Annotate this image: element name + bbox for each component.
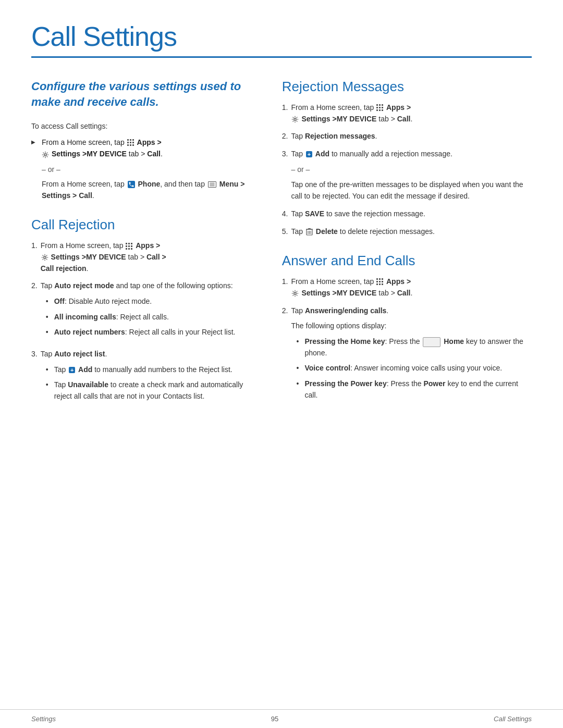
- svg-rect-46: [382, 281, 383, 282]
- or-line-2: – or –: [291, 164, 532, 176]
- call-rejection-step1: From a Home screen, tap App: [31, 240, 251, 274]
- answer-step1: From a Home screen, tap App: [282, 276, 532, 299]
- svg-rect-20: [128, 248, 130, 250]
- svg-rect-6: [127, 144, 129, 146]
- call-rejection-heading: Call Rejection: [31, 217, 251, 233]
- rejection-messages-list: From a Home screen, tap App: [282, 102, 532, 237]
- answer-end-calls-heading: Answer and End Calls: [282, 253, 532, 269]
- svg-rect-0: [127, 139, 129, 141]
- page-title: Call Settings: [31, 21, 532, 52]
- svg-rect-41: [376, 278, 378, 280]
- answer-end-bullets: Pressing the Home key: Press the Home ke…: [291, 336, 532, 401]
- svg-rect-17: [128, 245, 130, 247]
- svg-rect-24: [379, 104, 381, 106]
- menu-icon: [208, 181, 216, 188]
- svg-point-50: [294, 292, 296, 294]
- call-rejection-step3: Tap Auto reject list. Tap + Add to manua…: [31, 349, 251, 406]
- phone-icon: [128, 181, 135, 188]
- left-column: Configure the various settings used to m…: [31, 63, 272, 709]
- bullet-voice-control: Voice control: Answer incoming voice cal…: [296, 363, 532, 374]
- header: Call Settings: [0, 0, 563, 63]
- page-wrapper: Call Settings Configure the various sett…: [0, 0, 563, 728]
- settings-gear-icon-3: [291, 116, 299, 123]
- bullet-off: Off: Disable Auto reject mode.: [46, 296, 251, 307]
- svg-rect-42: [379, 278, 381, 280]
- answer-step2: Tap Answering/ending calls. The followin…: [282, 305, 532, 405]
- rejection-step3: Tap + Add to manually add a rejection me…: [282, 149, 532, 202]
- bullet-auto-reject-numbers: Auto reject numbers: Reject all calls in…: [46, 327, 251, 338]
- header-divider: [31, 56, 532, 58]
- apps-bold: Apps >: [137, 138, 162, 146]
- svg-rect-30: [379, 109, 381, 111]
- intro-body: To access Call settings:: [31, 121, 251, 132]
- rejection-step5: Tap Delete to delete rejection messages.: [282, 226, 532, 238]
- auto-reject-list-bullets: Tap + Add to manually add numbers to the…: [41, 364, 251, 402]
- svg-rect-8: [132, 144, 134, 146]
- right-column: Rejection Messages From a Home screen, t…: [272, 63, 532, 709]
- rejection-step1: From a Home screen, tap App: [282, 102, 532, 125]
- rejection-or-description: Tap one of the pre-written messages to b…: [291, 180, 523, 200]
- svg-rect-19: [126, 248, 127, 250]
- access-label: To access Call settings:: [31, 121, 251, 132]
- svg-rect-1: [130, 139, 131, 141]
- svg-rect-47: [376, 283, 378, 285]
- svg-rect-26: [376, 107, 378, 108]
- svg-rect-2: [132, 139, 134, 141]
- svg-rect-45: [379, 281, 381, 282]
- plus-icon-2: +: [306, 151, 312, 157]
- apps-icon-3: [376, 104, 384, 112]
- access-step1: From a Home screen, tap Apps >: [31, 137, 251, 160]
- svg-rect-49: [382, 283, 383, 285]
- intro-step2: From a Home screen, tap Phone, and then …: [31, 179, 251, 201]
- apps-icon-2: [126, 243, 133, 250]
- intro-heading: Configure the various settings used to m…: [31, 79, 251, 109]
- bullet-home-key: Pressing the Home key: Press the Home ke…: [296, 336, 532, 359]
- bullet-unavailable: Tap Unavailable to create a check mark a…: [46, 379, 251, 402]
- svg-rect-44: [376, 281, 378, 282]
- svg-rect-3: [127, 142, 129, 143]
- settings-my-device: Settings >MY DEVICE tab > Call.: [52, 150, 163, 158]
- following-options: The following options display:: [291, 320, 532, 332]
- rejection-messages-heading: Rejection Messages: [282, 79, 532, 95]
- svg-rect-25: [382, 104, 383, 106]
- settings-gear-icon-2: [41, 254, 48, 261]
- auto-reject-bullets: Off: Disable Auto reject mode. All incom…: [41, 296, 251, 338]
- svg-rect-29: [376, 109, 378, 111]
- svg-rect-15: [131, 243, 132, 244]
- svg-rect-43: [382, 278, 383, 280]
- apps-icon: [127, 139, 134, 146]
- svg-rect-23: [376, 104, 378, 106]
- footer: Settings 95 Call Settings: [0, 709, 563, 728]
- svg-rect-48: [379, 283, 381, 285]
- answer-end-calls-list: From a Home screen, tap App: [282, 276, 532, 405]
- svg-point-9: [44, 154, 46, 156]
- plus-icon-1: +: [69, 367, 75, 373]
- trash-icon: [306, 228, 313, 236]
- svg-rect-16: [126, 245, 127, 247]
- apps-icon-4: [376, 278, 384, 286]
- settings-gear-icon: [42, 151, 49, 158]
- phone-bold: Phone: [138, 180, 161, 188]
- content-area: Configure the various settings used to m…: [0, 63, 563, 709]
- bullet-all-incoming: All incoming calls: Reject all calls.: [46, 312, 251, 323]
- rejection-step4: Tap SAVE to save the rejection message.: [282, 208, 532, 220]
- rejection-step2: Tap Rejection messages.: [282, 131, 532, 142]
- footer-page-number: 95: [271, 715, 278, 723]
- svg-rect-31: [382, 109, 383, 111]
- svg-rect-5: [132, 142, 134, 143]
- svg-rect-18: [131, 245, 132, 247]
- call-rejection-list: From a Home screen, tap App: [31, 240, 251, 406]
- svg-rect-13: [126, 243, 127, 244]
- svg-rect-4: [130, 142, 131, 143]
- or-line-1: – or –: [31, 165, 251, 174]
- bullet-add: Tap + Add to manually add numbers to the…: [46, 364, 251, 376]
- home-key-btn: [423, 337, 440, 347]
- svg-point-22: [44, 256, 46, 258]
- svg-rect-21: [131, 248, 132, 250]
- svg-rect-27: [379, 107, 381, 108]
- footer-left: Settings: [31, 715, 56, 723]
- svg-point-32: [294, 118, 296, 120]
- bullet-power-key: Pressing the Power key: Press the Power …: [296, 378, 532, 401]
- settings-gear-icon-4: [291, 290, 299, 297]
- svg-rect-28: [382, 107, 383, 108]
